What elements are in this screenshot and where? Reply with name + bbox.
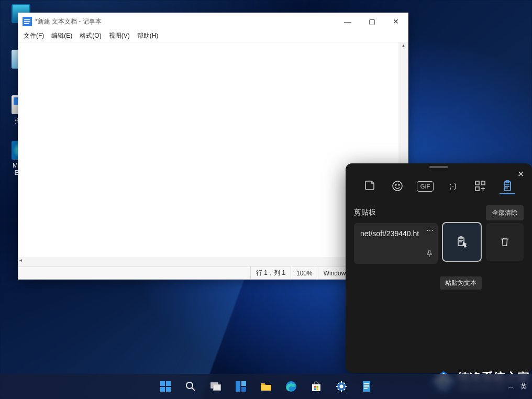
store-button[interactable] xyxy=(306,376,327,397)
tray-chevron-up-icon[interactable]: ︿ xyxy=(508,382,514,391)
more-icon[interactable]: ⋯ xyxy=(426,226,434,235)
emoji-icon xyxy=(391,180,404,192)
gear-icon xyxy=(335,380,348,393)
svg-point-2 xyxy=(398,184,400,185)
windows-icon xyxy=(159,380,172,393)
status-zoom: 100% xyxy=(291,267,318,279)
clipboard-row: net/soft/239440.ht ⋯ xyxy=(346,223,532,264)
taskview-button[interactable] xyxy=(205,376,226,397)
svg-rect-25 xyxy=(314,389,316,391)
notepad-taskbar-button[interactable] xyxy=(356,376,377,397)
svg-rect-4 xyxy=(481,181,485,185)
paste-as-text-tooltip: 粘贴为文本 xyxy=(440,276,482,290)
svg-rect-30 xyxy=(364,383,369,384)
svg-rect-31 xyxy=(364,385,369,386)
tab-clipboard[interactable] xyxy=(500,179,515,194)
svg-rect-20 xyxy=(241,381,246,386)
clipboard-panel[interactable]: ✕ GIF ;-) 剪贴板 全部清除 net/soft/239440.ht ⋯ xyxy=(346,163,532,373)
search-icon xyxy=(184,380,197,393)
menu-file[interactable]: 文件(F) xyxy=(24,31,44,40)
panel-grip[interactable] xyxy=(346,163,532,171)
svg-rect-32 xyxy=(364,386,369,387)
store-icon xyxy=(310,380,323,393)
svg-point-28 xyxy=(340,385,343,389)
widgets-icon xyxy=(235,380,247,393)
panel-title: 剪贴板 xyxy=(354,208,376,217)
clipboard-item-text: net/soft/239440.ht xyxy=(360,229,419,238)
folder-icon xyxy=(260,380,272,393)
start-button[interactable] xyxy=(155,376,176,397)
tab-symbols[interactable] xyxy=(472,179,488,194)
svg-rect-24 xyxy=(317,386,319,388)
svg-rect-14 xyxy=(160,387,165,392)
svg-rect-15 xyxy=(166,387,171,392)
menu-view[interactable]: 视图(V) xyxy=(109,31,130,40)
tab-emoji[interactable] xyxy=(390,179,405,194)
panel-header: 剪贴板 全部清除 xyxy=(346,202,532,223)
maximize-button[interactable]: ▢ xyxy=(360,13,384,30)
paste-as-text-button[interactable] xyxy=(443,223,481,261)
tab-sticker[interactable] xyxy=(362,179,378,194)
window-buttons: — ▢ ✕ xyxy=(336,13,408,30)
taskview-icon xyxy=(209,380,222,393)
tab-kaomoji[interactable]: ;-) xyxy=(445,179,461,194)
svg-rect-5 xyxy=(475,187,479,191)
svg-point-1 xyxy=(395,184,396,185)
notepad-taskbar-icon xyxy=(360,380,373,393)
notepad-icon xyxy=(23,17,32,26)
svg-rect-33 xyxy=(364,388,368,389)
edge-icon xyxy=(285,380,297,393)
menu-edit[interactable]: 编辑(E) xyxy=(51,31,72,40)
clipboard-icon xyxy=(501,180,514,192)
svg-rect-21 xyxy=(241,387,246,392)
status-pos: 行 1，列 1 xyxy=(250,267,291,279)
menubar: 文件(F) 编辑(E) 格式(O) 视图(V) 帮助(H) xyxy=(18,30,408,42)
svg-rect-26 xyxy=(317,389,319,391)
taskbar-center xyxy=(155,376,377,397)
taskbar-right: ︿ 英 xyxy=(508,382,527,391)
svg-rect-3 xyxy=(475,181,479,185)
paste-text-icon xyxy=(456,236,468,248)
ime-indicator[interactable]: 英 xyxy=(520,382,527,391)
taskbar[interactable]: ︿ 英 xyxy=(0,374,532,399)
clipboard-item[interactable]: net/soft/239440.ht ⋯ xyxy=(354,223,438,264)
window-title: *新建 文本文档 - 记事本 xyxy=(35,17,102,26)
close-button[interactable]: ✕ xyxy=(384,13,408,30)
svg-point-0 xyxy=(393,181,402,191)
menu-format[interactable]: 格式(O) xyxy=(80,31,101,40)
tab-gif[interactable]: GIF xyxy=(417,181,434,192)
file-explorer-button[interactable] xyxy=(256,376,276,397)
edge-button[interactable] xyxy=(281,376,302,397)
titlebar[interactable]: *新建 文本文档 - 记事本 — ▢ ✕ xyxy=(18,13,408,30)
panel-close-button[interactable]: ✕ xyxy=(514,168,527,180)
trash-icon xyxy=(499,236,511,248)
svg-rect-23 xyxy=(314,386,316,388)
svg-rect-18 xyxy=(214,385,220,390)
pin-icon[interactable] xyxy=(425,250,434,260)
svg-point-16 xyxy=(186,382,193,389)
settings-button[interactable] xyxy=(331,376,352,397)
panel-tabs: GIF ;-) xyxy=(346,171,532,202)
symbols-icon xyxy=(474,180,486,192)
horizontal-scrollbar[interactable] xyxy=(18,257,398,267)
menu-help[interactable]: 帮助(H) xyxy=(137,31,159,40)
svg-rect-12 xyxy=(160,381,165,386)
widgets-button[interactable] xyxy=(230,376,251,397)
svg-rect-13 xyxy=(166,381,171,386)
delete-item-button[interactable] xyxy=(486,223,524,261)
clear-all-button[interactable]: 全部清除 xyxy=(486,205,524,220)
sticker-icon xyxy=(364,180,376,192)
svg-rect-19 xyxy=(236,381,240,392)
minimize-button[interactable]: — xyxy=(336,13,360,30)
text-area[interactable] xyxy=(18,42,398,267)
search-button[interactable] xyxy=(180,376,201,397)
